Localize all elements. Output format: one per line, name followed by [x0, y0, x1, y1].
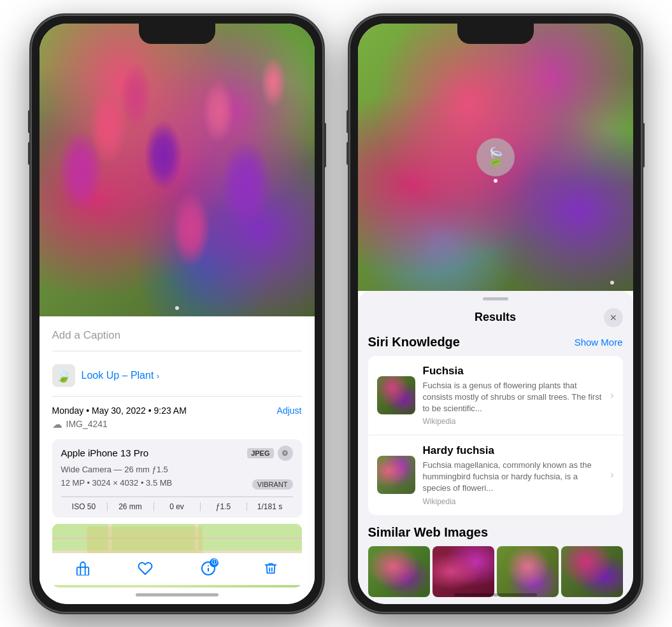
results-panel: Results ✕ Siri Knowledge Show More: [358, 291, 633, 604]
show-more-button[interactable]: Show More: [575, 337, 623, 348]
web-image-1[interactable]: [368, 546, 430, 597]
results-header: Results ✕: [358, 306, 633, 335]
cloud-icon: ☁: [52, 418, 62, 430]
hardy-source: Wikipedia: [423, 497, 603, 506]
right-screen-content: 🍃 Results ✕ Siri Knowledge Show: [358, 24, 633, 604]
knowledge-item-fuchsia[interactable]: Fuchsia Fuchsia is a genus of flowering …: [368, 356, 623, 436]
volume-up-button[interactable]: [28, 110, 31, 133]
siri-knowledge-title: Siri Knowledge: [368, 335, 460, 349]
device-name: Apple iPhone 13 Pro: [61, 447, 149, 458]
fuchsia-source: Wikipedia: [423, 417, 603, 426]
right-pagination-dot: [610, 281, 614, 285]
siri-visual-lookup-button[interactable]: 🍃: [476, 138, 515, 176]
adjust-button[interactable]: Adjust: [277, 405, 302, 416]
web-image-4[interactable]: [561, 546, 623, 597]
hardy-thumbnail: [377, 456, 415, 494]
lookup-icon: 🍃: [52, 364, 75, 387]
right-notch: [457, 24, 534, 44]
siri-leaf-icon: 🍃: [484, 146, 506, 167]
format-badge: JPEG: [247, 448, 273, 458]
left-screen-content: Add a Caption 🍃 Look Up – Plant › Monday…: [39, 24, 315, 604]
settings-icon[interactable]: ⚙: [278, 446, 293, 461]
meta-filename: ☁ IMG_4241: [52, 418, 302, 430]
results-title: Results: [387, 311, 604, 324]
results-content[interactable]: Siri Knowledge Show More Fuchsia Fuchsia…: [358, 335, 633, 604]
fuchsia-description: Fuchsia is a genus of flowering plants t…: [423, 380, 603, 415]
hardy-thumb-image: [377, 456, 415, 494]
heart-button[interactable]: [138, 561, 153, 580]
meta-section: Monday • May 30, 2022 • 9:23 AM Adjust ☁…: [52, 405, 302, 430]
trash-button[interactable]: [264, 561, 278, 579]
share-button[interactable]: [76, 561, 90, 579]
exif-aperture: ƒ1.5: [201, 502, 247, 511]
exif-ev: 0 ev: [154, 502, 201, 511]
photo-view[interactable]: [39, 24, 315, 316]
right-photo-view[interactable]: 🍃: [358, 24, 633, 291]
camera-specs: Wide Camera — 26 mm ƒ1.5: [61, 465, 293, 474]
hardy-name: Hardy fuchsia: [423, 444, 603, 457]
style-badge: VIBRANT: [252, 479, 293, 490]
info-button[interactable]: ⓘ: [201, 561, 216, 580]
lookup-separator: –: [122, 370, 131, 381]
exif-shutter: 1/181 s: [247, 502, 293, 511]
exif-focal: 26 mm: [108, 502, 154, 511]
right-phone: 🍃 Results ✕ Siri Knowledge Show: [349, 15, 642, 613]
meta-date-row: Monday • May 30, 2022 • 9:23 AM Adjust: [52, 405, 302, 416]
right-phone-screen: 🍃 Results ✕ Siri Knowledge Show: [358, 24, 633, 604]
device-badges: JPEG ⚙: [247, 446, 292, 461]
home-indicator-right: [454, 593, 537, 596]
left-toolbar: ⓘ: [39, 553, 315, 585]
hardy-description: Fuchsia magellanica, commonly known as t…: [423, 460, 603, 495]
fuchsia-chevron-icon: ›: [610, 390, 613, 401]
caption-field[interactable]: Add a Caption: [52, 327, 302, 351]
exif-iso: ISO 50: [61, 502, 108, 511]
device-header: Apple iPhone 13 Pro JPEG ⚙: [61, 446, 293, 461]
lookup-chevron: ›: [157, 371, 159, 381]
meta-date: Monday • May 30, 2022 • 9:23 AM: [52, 405, 187, 416]
hardy-chevron-icon: ›: [610, 469, 613, 481]
fuchsia-thumbnail: [377, 376, 415, 414]
power-button[interactable]: [324, 123, 326, 167]
right-volume-up-button[interactable]: [347, 110, 349, 133]
web-images-title: Similar Web Images: [368, 525, 623, 540]
lookup-subject: Plant: [131, 370, 154, 381]
web-image-3[interactable]: [497, 546, 559, 597]
right-volume-down-button[interactable]: [347, 142, 349, 165]
device-card: Apple iPhone 13 Pro JPEG ⚙ Wide Camera —…: [52, 439, 302, 518]
camera-specs-row2: 12 MP • 3024 × 4032 • 3.5 MB VIBRANT: [61, 478, 293, 491]
volume-down-button[interactable]: [28, 142, 31, 165]
knowledge-card: Fuchsia Fuchsia is a genus of flowering …: [368, 356, 623, 515]
svg-rect-8: [77, 567, 89, 575]
home-indicator-left: [136, 593, 218, 596]
knowledge-item-hardy[interactable]: Hardy fuchsia Fuchsia magellanica, commo…: [368, 435, 623, 515]
right-power-button[interactable]: [642, 123, 645, 167]
siri-knowledge-header: Siri Knowledge Show More: [368, 335, 623, 349]
drag-handle[interactable]: [483, 297, 508, 300]
lookup-row[interactable]: 🍃 Look Up – Plant ›: [52, 360, 302, 397]
pagination-dot: [175, 306, 179, 310]
exif-row: ISO 50 26 mm 0 ev ƒ1.5 1/181 s: [61, 497, 293, 511]
fuchsia-name: Fuchsia: [423, 365, 603, 377]
info-badge: ⓘ: [210, 558, 218, 567]
fuchsia-thumb-image: [377, 376, 415, 414]
left-phone-screen: Add a Caption 🍃 Look Up – Plant › Monday…: [39, 24, 315, 604]
close-button[interactable]: ✕: [604, 308, 623, 327]
web-images-grid[interactable]: [368, 546, 623, 597]
lookup-text: Look Up – Plant ›: [82, 370, 160, 381]
left-phone: Add a Caption 🍃 Look Up – Plant › Monday…: [31, 15, 324, 613]
web-images-section: Similar Web Images: [368, 525, 623, 597]
filename-text: IMG_4241: [66, 419, 108, 429]
fuchsia-text: Fuchsia Fuchsia is a genus of flowering …: [423, 365, 603, 426]
lookup-label: Look Up: [82, 370, 120, 381]
hardy-text: Hardy fuchsia Fuchsia magellanica, commo…: [423, 444, 603, 506]
resolution-text: 12 MP • 3024 × 4032 • 3.5 MB: [61, 478, 173, 488]
web-image-2[interactable]: [433, 546, 494, 597]
siri-dot: [494, 179, 497, 183]
notch: [139, 24, 215, 44]
flower-overlay: [39, 24, 315, 316]
